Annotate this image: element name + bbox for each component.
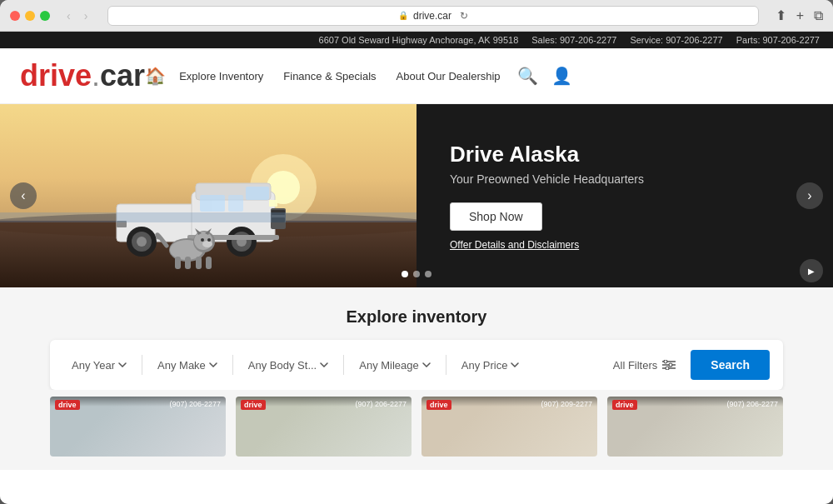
svg-rect-36 — [0, 212, 416, 222]
svg-rect-14 — [269, 200, 277, 207]
filters-icon — [662, 360, 676, 370]
finance-specials-link[interactable]: Finance & Specials — [283, 70, 376, 82]
browser-controls: ‹ › — [63, 7, 91, 24]
hero-carousel: Drive Alaska Your Preowned Vehicle Headq… — [0, 104, 833, 287]
sidebar-button[interactable]: ⧉ — [814, 8, 823, 23]
mileage-chevron-icon — [422, 362, 431, 367]
search-button[interactable]: Search — [691, 350, 770, 380]
all-filters-button[interactable]: All Filters — [605, 354, 684, 377]
inventory-section: Explore inventory Any Year Any Make Any … — [0, 287, 833, 470]
site-header: drive.car 🏠 Explore Inventory Finance & … — [0, 48, 833, 104]
close-button[interactable] — [10, 11, 20, 21]
carousel-dots — [402, 271, 431, 277]
filter-divider-4 — [446, 355, 446, 375]
site-logo: drive.car — [20, 58, 145, 93]
filter-divider-2 — [232, 355, 233, 375]
carousel-dot-3[interactable] — [425, 271, 431, 277]
card-phone-1: (907) 206-2277 — [169, 400, 221, 408]
refresh-icon[interactable]: ↻ — [460, 10, 468, 22]
car-card-3[interactable]: drive (907) 209-2277 — [421, 397, 597, 457]
price-chevron-icon — [511, 362, 519, 367]
shop-now-button[interactable]: Shop Now — [450, 202, 542, 231]
svg-point-17 — [137, 237, 147, 247]
browser-window: ‹ › 🔒 drive.car ↻ ⬆ + ⧉ 6607 Old Seward … — [0, 0, 833, 504]
search-icon[interactable]: 🔍 — [517, 66, 538, 86]
browser-actions: ⬆ + ⧉ — [776, 7, 823, 23]
service-phone: Service: 907-206-2277 — [630, 35, 722, 45]
svg-point-41 — [669, 363, 672, 367]
inventory-title: Explore inventory — [0, 307, 833, 327]
card-badge-3: drive — [426, 400, 451, 410]
card-badge-1: drive — [55, 400, 80, 410]
car-card-1[interactable]: drive (907) 206-2277 — [50, 397, 226, 457]
car-card-4[interactable]: drive (907) 206-2277 — [607, 397, 783, 457]
maximize-button[interactable] — [40, 11, 50, 21]
year-filter[interactable]: Any Year — [63, 354, 135, 377]
body-filter[interactable]: Any Body St... — [240, 354, 337, 377]
filter-divider-1 — [142, 355, 142, 375]
svg-rect-32 — [175, 257, 181, 269]
svg-rect-35 — [206, 257, 212, 269]
make-filter[interactable]: Any Make — [149, 354, 226, 377]
top-info-bar: 6607 Old Seward Highway Anchorage, AK 99… — [0, 32, 833, 48]
home-nav-button[interactable]: 🏠 — [145, 66, 166, 86]
website-content: 6607 Old Seward Highway Anchorage, AK 99… — [0, 32, 833, 504]
back-button[interactable]: ‹ — [63, 7, 74, 24]
card-phone-3: (907) 209-2277 — [541, 400, 592, 408]
carousel-play-button[interactable]: ▶ — [800, 259, 823, 282]
card-phone-2: (907) 206-2277 — [355, 400, 407, 408]
year-chevron-icon — [118, 362, 127, 367]
carousel-next-button[interactable]: › — [796, 182, 823, 209]
lock-icon: 🔒 — [398, 11, 408, 20]
svg-point-42 — [666, 367, 669, 370]
make-chevron-icon — [209, 362, 217, 367]
address-text: 6607 Old Seward Highway Anchorage, AK 99… — [319, 35, 519, 45]
svg-point-31 — [207, 238, 211, 242]
svg-rect-34 — [196, 257, 202, 269]
hero-image — [0, 104, 416, 287]
body-chevron-icon — [320, 362, 328, 367]
car-cards-strip: drive (907) 206-2277 drive (907) 206-227… — [0, 390, 833, 457]
svg-point-29 — [202, 241, 212, 247]
carousel-dot-2[interactable] — [413, 271, 420, 277]
svg-rect-10 — [228, 195, 243, 212]
new-tab-button[interactable]: + — [796, 8, 804, 23]
card-badge-2: drive — [241, 400, 266, 410]
card-badge-4: drive — [612, 400, 637, 410]
hero-title: Drive Alaska — [450, 142, 800, 167]
url-text: drive.car — [413, 10, 451, 22]
svg-rect-9 — [200, 195, 225, 212]
svg-point-30 — [201, 238, 204, 242]
search-filters-bar: Any Year Any Make Any Body St... Any Mil… — [50, 340, 783, 390]
browser-titlebar: ‹ › 🔒 drive.car ↻ ⬆ + ⧉ — [0, 0, 833, 32]
hero-content: Drive Alaska Your Preowned Vehicle Headq… — [416, 104, 833, 287]
header-icons: 🔍 👤 — [517, 66, 572, 86]
share-button[interactable]: ⬆ — [776, 7, 786, 23]
card-phone-4: (907) 206-2277 — [726, 400, 778, 408]
about-dealership-link[interactable]: About Our Dealership — [397, 70, 501, 82]
user-icon[interactable]: 👤 — [551, 66, 572, 86]
svg-point-40 — [664, 360, 667, 363]
hero-subtitle: Your Preowned Vehicle Headquarters — [450, 172, 800, 186]
offer-details-link[interactable]: Offer Details and Disclaimers — [450, 239, 800, 251]
price-filter[interactable]: Any Price — [453, 354, 528, 377]
main-nav: Explore Inventory Finance & Specials Abo… — [179, 70, 500, 82]
filter-divider-3 — [343, 355, 344, 375]
traffic-lights — [10, 11, 50, 21]
sales-phone: Sales: 907-206-2277 — [531, 35, 616, 45]
svg-rect-8 — [246, 187, 269, 200]
carousel-dot-1[interactable] — [402, 271, 408, 277]
minimize-button[interactable] — [25, 11, 35, 21]
parts-phone: Parts: 907-206-2277 — [736, 35, 820, 45]
mileage-filter[interactable]: Any Mileage — [351, 354, 439, 377]
forward-button[interactable]: › — [81, 7, 92, 24]
carousel-prev-button[interactable]: ‹ — [10, 182, 37, 209]
car-card-2[interactable]: drive (907) 206-2277 — [236, 397, 412, 457]
explore-inventory-link[interactable]: Explore Inventory — [179, 70, 263, 82]
svg-rect-33 — [185, 257, 191, 269]
address-bar[interactable]: 🔒 drive.car ↻ — [107, 6, 758, 26]
